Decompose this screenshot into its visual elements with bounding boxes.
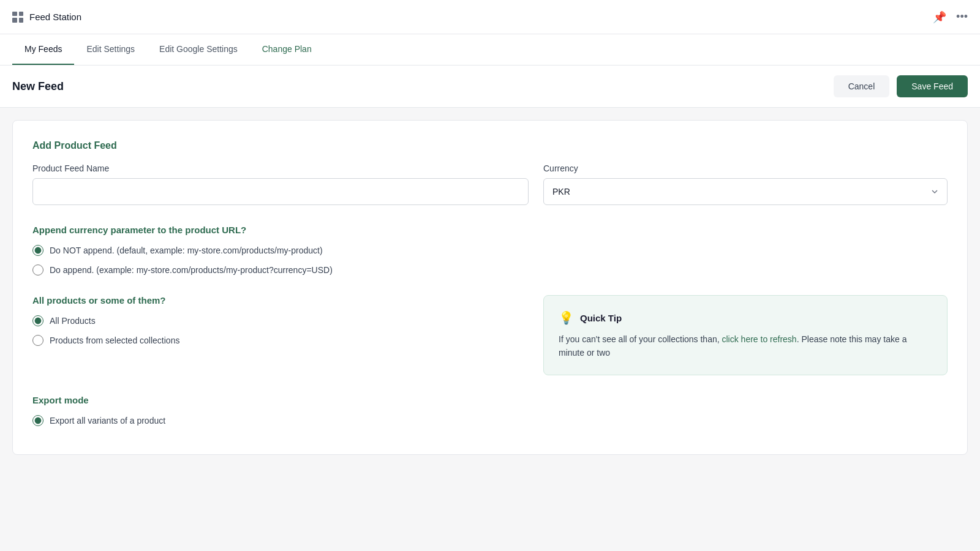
tab-my-feeds[interactable]: My Feeds xyxy=(12,34,74,65)
no-append-radio[interactable] xyxy=(32,245,43,256)
quick-tip-box: 💡 Quick Tip If you can't see all of your… xyxy=(543,295,948,375)
quick-tip-header: 💡 Quick Tip xyxy=(559,310,932,325)
currency-group: Currency PKR USD EUR GBP xyxy=(543,163,948,205)
products-tip-row: All products or some of them? All Produc… xyxy=(32,295,948,375)
do-append-option[interactable]: Do append. (example: my-store.com/produc… xyxy=(32,264,948,276)
cancel-button[interactable]: Cancel xyxy=(834,75,890,97)
no-append-option[interactable]: Do NOT append. (default, example: my-sto… xyxy=(32,245,948,256)
main-content: Add Product Feed Product Feed Name Curre… xyxy=(0,108,980,467)
quick-tip-text-before: If you can't see all of your collections… xyxy=(559,334,722,344)
selected-collections-label: Products from selected collections xyxy=(50,335,179,345)
currency-label: Currency xyxy=(543,163,948,173)
tab-change-plan[interactable]: Change Plan xyxy=(250,34,324,65)
export-mode-title: Export mode xyxy=(32,395,948,405)
app-icon xyxy=(12,12,23,23)
all-products-radio[interactable] xyxy=(32,315,43,326)
export-all-variants-label: Export all variants of a product xyxy=(50,416,165,425)
pin-icon[interactable]: 📌 xyxy=(933,10,946,24)
app-title: Feed Station xyxy=(29,12,81,22)
quick-tip-title: Quick Tip xyxy=(580,313,622,323)
currency-select[interactable]: PKR USD EUR GBP xyxy=(543,178,948,205)
tab-edit-google-settings[interactable]: Edit Google Settings xyxy=(147,34,250,65)
export-all-variants-option[interactable]: Export all variants of a product xyxy=(32,415,948,426)
header-actions: Cancel Save Feed xyxy=(834,75,968,97)
top-bar-actions: 📌 ••• xyxy=(933,10,968,24)
nav-tabs: My Feeds Edit Settings Edit Google Setti… xyxy=(0,34,980,66)
export-mode-section: Export mode Export all variants of a pro… xyxy=(32,395,948,426)
append-currency-title: Append currency parameter to the product… xyxy=(32,225,948,235)
product-feed-name-input[interactable] xyxy=(32,178,529,205)
name-currency-row: Product Feed Name Currency PKR USD EUR G… xyxy=(32,163,948,205)
page-title: New Feed xyxy=(12,80,64,93)
quick-tip-section: 💡 Quick Tip If you can't see all of your… xyxy=(543,295,948,375)
more-options-icon[interactable]: ••• xyxy=(956,10,968,23)
all-products-option[interactable]: All Products xyxy=(32,315,529,326)
top-bar: Feed Station 📌 ••• xyxy=(0,0,980,34)
product-feed-name-group: Product Feed Name xyxy=(32,163,529,205)
selected-collections-radio[interactable] xyxy=(32,335,43,346)
click-to-refresh-link[interactable]: click here to refresh xyxy=(722,334,797,344)
selected-collections-option[interactable]: Products from selected collections xyxy=(32,335,529,346)
tab-edit-settings[interactable]: Edit Settings xyxy=(74,34,147,65)
save-feed-button[interactable]: Save Feed xyxy=(897,75,968,97)
bulb-icon: 💡 xyxy=(559,310,574,325)
do-append-radio[interactable] xyxy=(32,264,43,276)
append-currency-section: Append currency parameter to the product… xyxy=(32,225,948,276)
products-section-title: All products or some of them? xyxy=(32,295,529,305)
do-append-label: Do append. (example: my-store.com/produc… xyxy=(50,265,333,275)
no-append-label: Do NOT append. (default, example: my-sto… xyxy=(50,246,323,255)
products-section: All products or some of them? All Produc… xyxy=(32,295,529,375)
page-header: New Feed Cancel Save Feed xyxy=(0,66,980,108)
quick-tip-text: If you can't see all of your collections… xyxy=(559,332,932,360)
app-brand: Feed Station xyxy=(12,12,81,23)
all-products-label: All Products xyxy=(50,316,96,326)
export-all-variants-radio[interactable] xyxy=(32,415,43,426)
form-card: Add Product Feed Product Feed Name Curre… xyxy=(12,120,968,455)
add-product-feed-title: Add Product Feed xyxy=(32,140,948,151)
product-feed-name-label: Product Feed Name xyxy=(32,163,529,173)
